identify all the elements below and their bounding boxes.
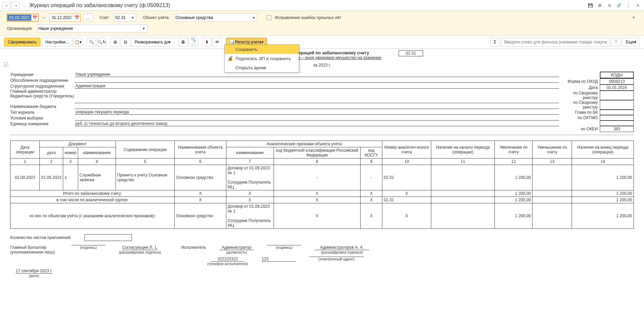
svod1-label: по Сводному реестру — [566, 91, 600, 100]
account-value[interactable] — [116, 15, 129, 20]
journal-type-label: Тип журнала — [10, 110, 75, 115]
table-row[interactable]: 01.09.2023 01.09.2023 1 Служебная записк… — [11, 165, 634, 190]
glava-value — [600, 110, 634, 115]
sign-date: 17 сентября 2023 г. — [16, 268, 52, 274]
refresh-find-button[interactable]: 🔍↻ — [97, 38, 106, 47]
col-document: Документ — [39, 141, 116, 147]
selection-label: Условия выборки — [10, 116, 75, 120]
object-select[interactable]: ▾ — [174, 14, 257, 22]
unit-label: Единица измерения — [10, 122, 75, 126]
chevron-down-icon[interactable]: ▾ — [129, 15, 135, 20]
date-from-field[interactable] — [7, 15, 31, 21]
struct-label: Структурное подразделение — [10, 84, 75, 89]
selection-value — [75, 115, 559, 120]
titlebar: ← → ☆ Журнал операций по забалансовому с… — [0, 0, 644, 11]
col-op-date: Дата операции — [11, 141, 40, 159]
link-icon[interactable]: 🔗 — [615, 2, 622, 9]
col-end: Наличие на конец периода (операции) — [572, 141, 634, 159]
col-kosgu: код КОСГУ — [361, 147, 382, 159]
okei-value: 383 — [600, 126, 634, 132]
account-display: 02.31 — [399, 50, 423, 56]
empty-code — [600, 120, 634, 126]
col-decrease: Уменьшение по счету — [533, 141, 572, 159]
account-select[interactable]: ▾ — [114, 14, 136, 22]
code-123: 123 — [262, 257, 296, 262]
col-content: Содержание операции — [116, 141, 175, 159]
new-window-icon[interactable]: ⧉ — [606, 2, 613, 9]
nav-back-button[interactable]: ← — [3, 2, 11, 9]
close-icon[interactable]: ✕ — [634, 2, 641, 9]
col-doc-name: наименование — [78, 147, 116, 159]
attachments-label: Количество листов приложений — [10, 235, 71, 240]
svod1-value — [600, 91, 634, 100]
sum-button[interactable]: Σ — [490, 38, 500, 47]
group-row: в том числе по аналитической группе: Х Х… — [11, 197, 634, 203]
dropdown-save[interactable]: Сохранить — [225, 45, 299, 54]
phone-value: 322223322 — [211, 257, 245, 262]
budget-label: Наименование бюджета — [10, 104, 75, 109]
executor-label: Исполнитель — [181, 245, 206, 250]
col-analytics: Аналитические признаки объекта учета — [226, 141, 382, 147]
more-button[interactable]: Еще ▾ — [622, 38, 640, 47]
date-to-input[interactable]: 📅 — [49, 14, 81, 22]
codes-date-label: Дата — [566, 85, 600, 90]
collapse-toggle[interactable]: − — [4, 62, 8, 67]
glava-label: Глава по БК — [566, 110, 600, 115]
budget-value — [75, 104, 559, 109]
objects-row: из них по объектам учёта (с указанием ан… — [11, 203, 634, 229]
col-doc-date: дата — [39, 147, 63, 159]
chevron-down-icon[interactable]: ▾ — [250, 15, 256, 20]
save-icon[interactable]: 💾 — [587, 2, 594, 9]
print-button[interactable]: 🖶 — [178, 38, 188, 47]
more-vert-icon[interactable]: ⋮ — [625, 2, 632, 9]
expand-to-button[interactable]: Разворачивать до ▾ — [131, 38, 174, 47]
journal-type-value: операции текущего периода — [75, 110, 559, 115]
col-start: Наличие на начало периода (операции) — [431, 141, 495, 159]
dropdown-archive[interactable]: Открыть архив — [225, 63, 299, 72]
signature-icon: 🔏 — [227, 56, 233, 61]
collapse-all-button[interactable]: ⊟ — [121, 38, 130, 47]
admin-label: Главный администратор бюджетных средств … — [10, 89, 75, 103]
totals-row: Итого по забалансовому счету: Х Х Х Х Х … — [11, 190, 634, 197]
executor-name: Администратор — [220, 245, 254, 250]
errors-checkbox[interactable] — [267, 15, 272, 20]
period-text: за 2023 г. — [10, 63, 634, 68]
find-button[interactable]: 🔍 — [87, 38, 96, 47]
calendar-icon[interactable]: 📅 — [31, 14, 38, 21]
operations-table: Дата операции Документ Содержание операц… — [10, 141, 634, 229]
help-button[interactable]: ? — [611, 38, 621, 47]
org-select[interactable]: ▾ — [37, 24, 147, 33]
institution-value: Наше учреждение — [75, 72, 559, 77]
date-to-field[interactable] — [50, 15, 73, 21]
col-obj-name: Наименование объекта учета — [175, 141, 226, 159]
print-icon[interactable]: 🖶 — [596, 2, 603, 9]
col-budget-class: код бюджетной классификации Российской Ф… — [274, 147, 361, 159]
codes-date-value: 01.01.2024 — [600, 85, 634, 91]
settings-button[interactable]: Настройки... — [42, 38, 73, 47]
date-from-input[interactable]: 📅 — [7, 14, 39, 22]
email-button[interactable]: ✉ — [212, 38, 222, 47]
preview-button[interactable]: 🔍📄 — [189, 38, 198, 47]
save-file-button[interactable]: ⬇ — [202, 38, 212, 47]
form-button[interactable]: Сформировать — [4, 38, 40, 47]
filter-funnel-icon[interactable]: ▼ — [630, 14, 637, 21]
nav-forward-button[interactable]: → — [12, 2, 20, 9]
object-value[interactable] — [175, 15, 250, 20]
svod2-value — [600, 100, 634, 110]
dropdown-sign[interactable]: 🔏 Подписать ЭП и сохранить — [225, 54, 299, 63]
expand-all-button[interactable]: ⊞ — [110, 38, 120, 47]
account-label: Счет: — [100, 15, 110, 20]
org-value[interactable] — [38, 26, 140, 31]
date-dots-button[interactable]: ... — [83, 14, 93, 22]
svod2-label: по Сводному реестру — [566, 100, 600, 110]
okei-label: по ОКЕИ — [566, 127, 600, 131]
report-title: Журнал операций по забалансовому счету — [10, 50, 634, 55]
filter-text-input[interactable] — [501, 38, 610, 47]
favorite-star-icon[interactable]: ☆ — [22, 2, 27, 8]
oktmo-value — [600, 115, 634, 120]
settings-dropdown-button[interactable]: 📋▾ — [73, 38, 83, 47]
oktmo-label: по ОКТМО — [566, 115, 600, 120]
chevron-down-icon[interactable]: ▾ — [140, 26, 146, 31]
calendar-icon[interactable]: 📅 — [73, 14, 80, 21]
accountant-label: Главный бухгалтер (уполномоченное лицо) — [10, 245, 58, 255]
